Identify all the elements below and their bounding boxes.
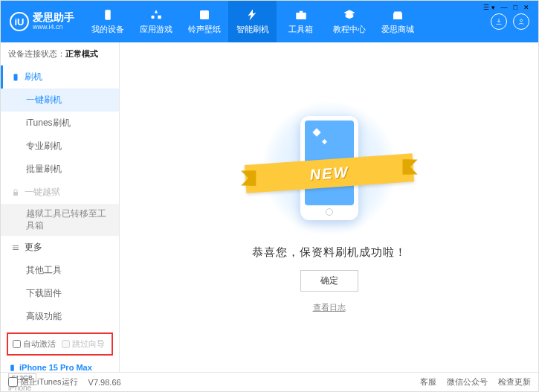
checkbox-block-itunes[interactable]: 阻止iTunes运行 (8, 376, 78, 388)
checkbox-skip-setup[interactable]: 跳过向导 (62, 338, 105, 350)
window-controls: ☰ ▾ — □ ✕ (483, 4, 529, 11)
footer-link-support[interactable]: 客服 (420, 376, 436, 388)
sidebar: 设备连接状态：正常模式 刷机 一键刷机 iTunes刷机 专业刷机 批量刷机 一… (1, 42, 120, 372)
svg-rect-5 (14, 74, 18, 80)
close-icon[interactable]: ✕ (523, 4, 529, 11)
minimize-icon[interactable]: — (501, 4, 508, 11)
phone-icon (8, 364, 16, 372)
user-button[interactable] (513, 13, 529, 30)
confirm-button[interactable]: 确定 (300, 270, 358, 292)
phone-icon (11, 73, 20, 82)
section-more[interactable]: 更多 (1, 236, 119, 259)
nav-label: 工具箱 (288, 24, 313, 35)
nav-label: 爱思商城 (381, 24, 414, 35)
toolbox-icon (294, 8, 308, 22)
sidebar-item-batch-flash[interactable]: 批量刷机 (1, 158, 119, 181)
device-icon (101, 8, 114, 22)
svg-rect-1 (200, 10, 209, 19)
checkbox-label: 跳过向导 (72, 338, 105, 350)
nav-ringtone-wallpaper[interactable]: 铃声壁纸 (180, 1, 228, 42)
nav-label: 应用游戏 (140, 24, 172, 35)
app-title: 爱思助手 (33, 12, 74, 23)
banner-text: NEW (309, 164, 349, 184)
svg-rect-9 (13, 249, 19, 250)
sidebar-item-download-firmware[interactable]: 下载固件 (1, 282, 119, 305)
section-jailbreak: 一键越狱 (1, 181, 119, 204)
footer: 阻止iTunes运行 V7.98.66 客服 微信公众号 检查更新 (1, 372, 538, 391)
maximize-icon[interactable]: □ (514, 4, 517, 11)
svg-rect-6 (13, 192, 18, 196)
home-button-icon (326, 208, 333, 216)
section-label: 一键越狱 (25, 186, 60, 199)
sidebar-item-pro-flash[interactable]: 专业刷机 (1, 135, 119, 158)
svg-point-4 (520, 19, 523, 22)
nav-store[interactable]: 爱思商城 (373, 1, 422, 42)
skip-setup-input (62, 340, 70, 348)
nav-label: 铃声壁纸 (188, 24, 221, 35)
section-label: 刷机 (25, 71, 42, 83)
success-illustration: NEW (259, 101, 400, 235)
lock-icon (11, 188, 20, 197)
checkbox-auto-activate[interactable]: 自动激活 (13, 338, 56, 350)
app-window: ☰ ▾ — □ ✕ iU 爱思助手 www.i4.cn 我的设备 应用游 (0, 0, 539, 392)
top-nav: 我的设备 应用游戏 铃声壁纸 智能刷机 工具箱 (83, 1, 422, 42)
view-log-link[interactable]: 查看日志 (313, 302, 346, 313)
sidebar-item-itunes-flash[interactable]: iTunes刷机 (1, 112, 119, 135)
checkbox-label: 自动激活 (23, 338, 56, 350)
nav-label: 教程中心 (333, 24, 366, 35)
flash-icon (246, 8, 259, 22)
auto-activate-input[interactable] (13, 340, 21, 348)
svg-rect-0 (105, 10, 111, 20)
svg-rect-8 (13, 247, 19, 248)
logo: iU 爱思助手 www.i4.cn (10, 12, 74, 31)
section-flash[interactable]: 刷机 (1, 65, 119, 89)
jailbreak-note: 越狱工具已转移至工具箱 (1, 204, 119, 236)
device-name[interactable]: iPhone 15 Pro Max (8, 363, 112, 372)
footer-link-wechat[interactable]: 微信公众号 (447, 376, 488, 388)
app-url: www.i4.cn (33, 24, 74, 31)
header-actions (491, 13, 529, 30)
section-label: 更多 (25, 241, 42, 254)
footer-links: 客服 微信公众号 检查更新 (420, 376, 531, 388)
svg-rect-7 (13, 245, 19, 246)
store-icon (391, 8, 404, 22)
footer-link-update[interactable]: 检查更新 (498, 376, 531, 388)
tutorial-icon (343, 8, 356, 22)
nav-smart-flash[interactable]: 智能刷机 (228, 1, 277, 42)
menu-icon[interactable]: ☰ ▾ (483, 4, 495, 11)
wallpaper-icon (198, 8, 211, 22)
svg-rect-10 (10, 364, 14, 370)
nav-apps-games[interactable]: 应用游戏 (132, 1, 180, 42)
svg-rect-3 (299, 11, 303, 13)
block-itunes-input[interactable] (8, 377, 18, 387)
nav-tutorials[interactable]: 教程中心 (325, 1, 373, 42)
logo-text: 爱思助手 www.i4.cn (33, 12, 74, 30)
main-content: NEW 恭喜您，保资料刷机成功啦！ 确定 查看日志 (120, 42, 538, 372)
sidebar-item-other-tools[interactable]: 其他工具 (1, 259, 119, 282)
nav-label: 我的设备 (91, 24, 124, 35)
titlebar-wrap: ☰ ▾ — □ ✕ iU 爱思助手 www.i4.cn 我的设备 应用游 (1, 1, 538, 42)
nav-my-device[interactable]: 我的设备 (83, 1, 132, 42)
svg-rect-2 (296, 13, 306, 19)
header: iU 爱思助手 www.i4.cn 我的设备 应用游戏 铃声壁纸 (1, 1, 538, 42)
checkbox-label: 阻止iTunes运行 (21, 376, 78, 388)
download-button[interactable] (491, 13, 507, 30)
sidebar-item-advanced[interactable]: 高级功能 (1, 305, 119, 328)
conn-label: 设备连接状态： (8, 49, 65, 58)
body: 设备连接状态：正常模式 刷机 一键刷机 iTunes刷机 专业刷机 批量刷机 一… (1, 42, 538, 372)
options-highlight-box: 自动激活 跳过向导 (7, 332, 113, 356)
apps-icon (149, 8, 163, 22)
connection-status: 设备连接状态：正常模式 (1, 42, 119, 65)
conn-value: 正常模式 (65, 49, 98, 58)
more-icon (11, 243, 20, 252)
logo-icon: iU (10, 12, 29, 31)
version-label: V7.98.66 (88, 378, 121, 387)
sidebar-item-oneclick-flash[interactable]: 一键刷机 (1, 89, 119, 112)
nav-label: 智能刷机 (236, 24, 269, 35)
nav-toolbox[interactable]: 工具箱 (277, 1, 325, 42)
success-message: 恭喜您，保资料刷机成功啦！ (252, 245, 407, 260)
